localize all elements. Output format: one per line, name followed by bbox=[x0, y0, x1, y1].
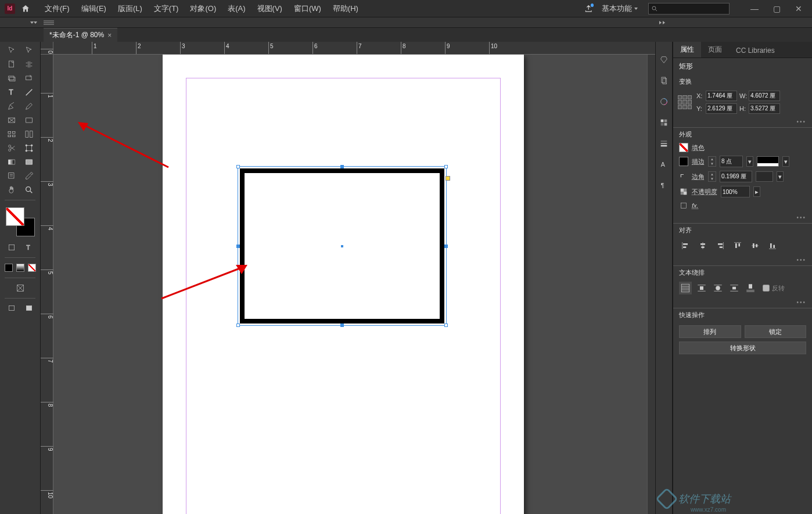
menu-object[interactable]: 对象(O) bbox=[184, 3, 222, 14]
wrap-invert-checkbox[interactable]: 反转 bbox=[763, 284, 785, 293]
toolbox-dock-toggle[interactable] bbox=[0, 17, 41, 27]
corner-label[interactable]: 边角 bbox=[692, 172, 705, 181]
opacity-dropdown[interactable]: ▸ bbox=[753, 186, 760, 197]
corner-style-dropdown[interactable]: ▾ bbox=[777, 171, 784, 182]
hand-tool[interactable] bbox=[3, 184, 20, 196]
menu-window[interactable]: 窗口(W) bbox=[288, 3, 327, 14]
strip-pages-icon[interactable] bbox=[657, 74, 670, 87]
apply-gradient-icon[interactable] bbox=[15, 261, 26, 274]
stroke-style-dropdown[interactable] bbox=[757, 156, 779, 167]
corner-input[interactable] bbox=[720, 171, 752, 182]
line-tool[interactable] bbox=[21, 86, 37, 99]
fill-label[interactable]: 填色 bbox=[692, 143, 705, 152]
w-input[interactable] bbox=[749, 91, 780, 101]
share-icon[interactable] bbox=[584, 3, 596, 15]
x-input[interactable] bbox=[706, 91, 737, 101]
rectangle-frame-tool[interactable] bbox=[3, 114, 20, 127]
apply-none-icon[interactable] bbox=[27, 261, 37, 274]
transform-more-icon[interactable]: ••• bbox=[673, 116, 812, 127]
canvas-area[interactable]: 0 1 2 3 4 5 6 7 8 9 10 0 1 2 3 4 5 6 7 8… bbox=[41, 42, 655, 514]
close-button[interactable]: ✕ bbox=[790, 3, 807, 15]
strip-stroke-icon[interactable] bbox=[657, 137, 670, 150]
zoom-tool[interactable] bbox=[21, 184, 37, 196]
fx-label[interactable]: fx. bbox=[692, 202, 699, 209]
gradient-feather-tool[interactable] bbox=[21, 156, 37, 168]
minimize-button[interactable]: — bbox=[746, 3, 763, 15]
menu-layout[interactable]: 版面(L) bbox=[112, 3, 148, 14]
tab-close-icon[interactable]: × bbox=[107, 31, 112, 39]
tab-properties[interactable]: 属性 bbox=[673, 42, 701, 57]
strip-color-icon[interactable] bbox=[657, 95, 670, 108]
wrap-none-icon[interactable] bbox=[679, 282, 692, 294]
menu-view[interactable]: 视图(V) bbox=[251, 3, 288, 14]
textwrap-more-icon[interactable]: ••• bbox=[673, 297, 812, 308]
page[interactable] bbox=[163, 55, 524, 514]
document-tab[interactable]: *未命名-1 @ 80% × bbox=[44, 28, 117, 42]
stroke-label[interactable]: 描边 bbox=[692, 157, 705, 166]
menu-edit[interactable]: 编辑(E) bbox=[76, 3, 112, 14]
appearance-more-icon[interactable]: ••• bbox=[673, 212, 812, 223]
scissors-tool-2[interactable] bbox=[3, 142, 20, 154]
screen-mode-preview-icon[interactable] bbox=[21, 302, 37, 315]
gap-tool[interactable] bbox=[21, 58, 37, 71]
rectangle-tool[interactable] bbox=[21, 114, 37, 127]
stroke-swatch[interactable] bbox=[679, 157, 688, 166]
screen-mode-normal-icon[interactable] bbox=[3, 302, 20, 315]
fill-stroke-swatch[interactable] bbox=[6, 207, 35, 236]
align-bottom-icon[interactable] bbox=[766, 239, 779, 252]
wrap-column-icon[interactable] bbox=[744, 282, 757, 294]
eyedropper-tool[interactable] bbox=[21, 170, 37, 182]
align-right-icon[interactable] bbox=[714, 239, 727, 252]
gradient-swatch-tool[interactable] bbox=[3, 156, 20, 168]
wrap-jump-icon[interactable] bbox=[728, 282, 741, 294]
maximize-button[interactable]: ▢ bbox=[768, 3, 785, 15]
content-collector-tool[interactable] bbox=[3, 72, 20, 85]
strip-swatches-icon[interactable] bbox=[657, 116, 670, 129]
fx-target-icon[interactable] bbox=[679, 201, 688, 210]
wrap-bounding-icon[interactable] bbox=[695, 282, 708, 294]
direct-selection-tool[interactable] bbox=[21, 44, 37, 57]
vertical-ruler[interactable]: 0 1 2 3 4 5 6 7 8 9 10 bbox=[41, 55, 53, 514]
search-input[interactable] bbox=[648, 3, 730, 15]
strip-cc-icon[interactable] bbox=[657, 53, 670, 66]
scissors-tool[interactable] bbox=[3, 128, 20, 141]
free-transform-tool[interactable] bbox=[21, 128, 37, 141]
view-mode-icon[interactable] bbox=[12, 282, 28, 294]
menu-type[interactable]: 文字(T) bbox=[148, 3, 185, 14]
align-left-icon[interactable] bbox=[679, 239, 692, 252]
menu-table[interactable]: 表(A) bbox=[222, 3, 251, 14]
workspace-switcher[interactable]: 基本功能 bbox=[602, 3, 638, 14]
formatting-text-icon[interactable]: T bbox=[21, 241, 37, 254]
align-top-icon[interactable] bbox=[731, 239, 744, 252]
opacity-input[interactable] bbox=[721, 186, 750, 197]
align-vcenter-icon[interactable] bbox=[749, 239, 761, 252]
pencil-tool[interactable] bbox=[21, 100, 37, 113]
arrange-button[interactable]: 排列 bbox=[679, 325, 741, 338]
vertical-scrollbar[interactable] bbox=[647, 55, 655, 514]
content-placer-tool[interactable] bbox=[21, 72, 37, 85]
tab-pages[interactable]: 页面 bbox=[701, 42, 729, 57]
stroke-weight-input[interactable] bbox=[720, 156, 743, 167]
panel-dock-toggle[interactable] bbox=[655, 17, 812, 27]
page-tool[interactable] bbox=[3, 58, 20, 71]
formatting-container-icon[interactable] bbox=[3, 241, 20, 254]
menu-file[interactable]: 文件(F) bbox=[39, 3, 76, 14]
strip-paragraph-icon[interactable]: ¶ bbox=[657, 179, 670, 192]
home-icon[interactable] bbox=[21, 4, 30, 13]
menu-help[interactable]: 帮助(H) bbox=[327, 3, 364, 14]
reference-point-selector[interactable] bbox=[678, 95, 692, 109]
align-hcenter-icon[interactable] bbox=[696, 239, 709, 252]
note-tool[interactable] bbox=[3, 170, 20, 182]
transform-tool[interactable] bbox=[21, 142, 37, 154]
tab-cc-libraries[interactable]: CC Libraries bbox=[729, 44, 782, 57]
opacity-label[interactable]: 不透明度 bbox=[692, 188, 717, 196]
pen-tool[interactable] bbox=[3, 100, 20, 113]
strip-character-icon[interactable]: A bbox=[657, 158, 670, 171]
align-more-icon[interactable]: ••• bbox=[673, 254, 812, 265]
stroke-weight-spinner[interactable]: ▲▼ bbox=[708, 156, 716, 167]
y-input[interactable] bbox=[706, 103, 737, 114]
corner-spinner[interactable]: ▲▼ bbox=[708, 171, 716, 182]
stroke-weight-dropdown[interactable]: ▾ bbox=[746, 156, 753, 167]
rectangle-object[interactable] bbox=[240, 168, 444, 324]
fill-swatch[interactable] bbox=[679, 143, 688, 152]
